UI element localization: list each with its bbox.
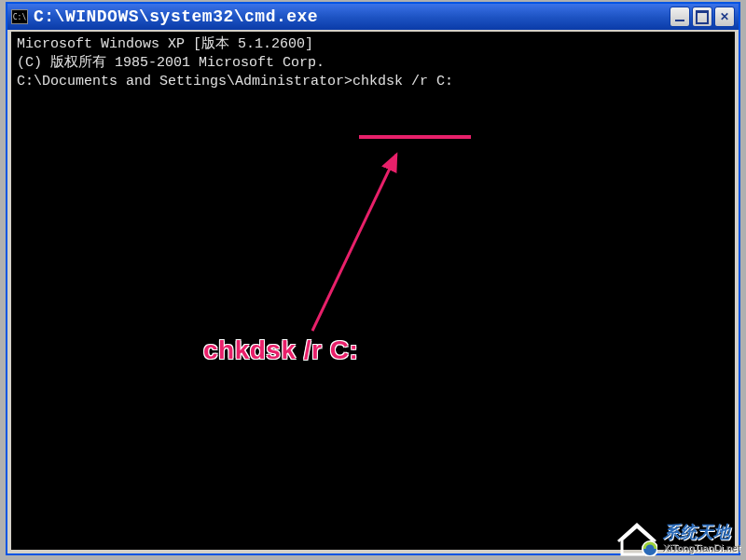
minimize-button[interactable] xyxy=(670,7,690,27)
maximize-button[interactable] xyxy=(692,7,712,27)
cmd-icon: C:\ xyxy=(11,9,28,24)
close-button[interactable] xyxy=(714,7,735,27)
window-title: C:\WINDOWS\system32\cmd.exe xyxy=(34,7,670,26)
cmd-icon-label: C:\ xyxy=(13,13,26,21)
titlebar[interactable]: C:\ C:\WINDOWS\system32\cmd.exe xyxy=(7,2,739,30)
terminal-command: chkdsk /r C: xyxy=(352,74,453,89)
cmd-window: C:\ C:\WINDOWS\system32\cmd.exe Microsof… xyxy=(6,2,740,555)
terminal-line: Microsoft Windows XP [版本 5.1.2600] xyxy=(17,35,729,54)
window-controls xyxy=(670,7,735,27)
terminal-line: (C) 版权所有 1985-2001 Microsoft Corp. xyxy=(17,54,729,73)
terminal-content[interactable]: Microsoft Windows XP [版本 5.1.2600](C) 版权… xyxy=(11,32,735,550)
terminal-prompt-line: C:\Documents and Settings\Administrator>… xyxy=(17,73,729,91)
terminal-prompt: C:\Documents and Settings\Administrator> xyxy=(17,74,352,89)
